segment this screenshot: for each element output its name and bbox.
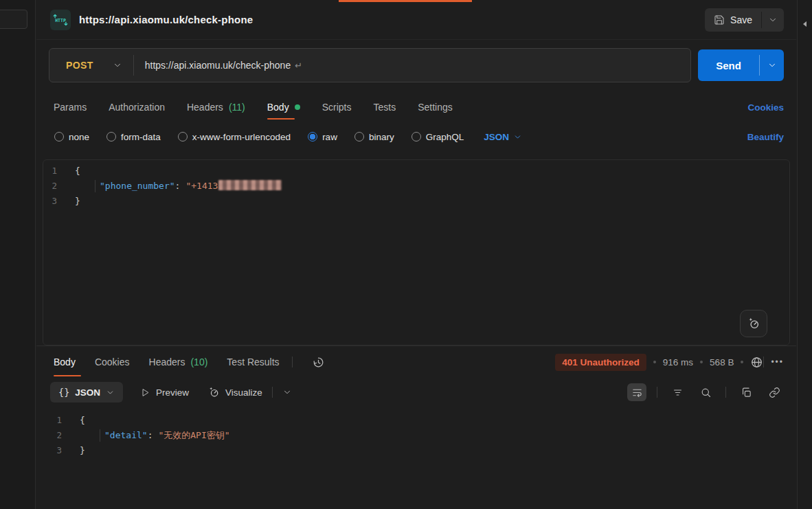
response-time[interactable]: 916 ms — [663, 357, 693, 367]
code-line: 2 "phone_number":"+1413 — [43, 179, 789, 194]
indent-guide — [95, 180, 95, 192]
chevron-down-icon — [106, 388, 115, 397]
response-body-editor[interactable]: 1 { 2 "detail":"无效的API密钥" 3 } — [48, 409, 784, 458]
code-line: 2 "detail":"无效的API密钥" — [48, 428, 784, 443]
main-panel: HTTP https://api.xiaomu.uk/check-phone S… — [36, 0, 796, 509]
tab-headers[interactable]: Headers (11) — [187, 94, 245, 120]
body-type-selector: none form-data x-www-form-urlencoded raw… — [54, 127, 784, 146]
response-format-selector[interactable]: {} JSON — [50, 382, 123, 403]
radio-icon — [308, 132, 317, 142]
radio-graphql[interactable]: GraphQL — [411, 132, 464, 142]
dot-separator — [700, 361, 703, 363]
copy-icon — [741, 387, 752, 398]
globe-icon — [750, 356, 763, 369]
radio-x-www-form-urlencoded[interactable]: x-www-form-urlencoded — [178, 132, 291, 142]
url-bar: POST https://api.xiaomu.uk/check-phone ↵… — [49, 48, 784, 84]
collapse-panel-arrow-icon[interactable] — [803, 21, 807, 27]
radio-raw[interactable]: raw — [308, 132, 337, 142]
radio-form-data[interactable]: form-data — [106, 132, 161, 142]
line-number: 1 — [43, 163, 75, 179]
preview-label: Preview — [156, 387, 189, 398]
beautify-link[interactable]: Beautify — [747, 132, 784, 142]
code-line: 3 } — [43, 194, 789, 209]
code-line: 1 { — [48, 413, 784, 428]
tab-label: Authorization — [109, 102, 165, 113]
save-label: Save — [730, 14, 752, 25]
link-button[interactable] — [765, 383, 784, 401]
tab-label: Tests — [373, 102, 396, 113]
code-line: 3 } — [48, 443, 784, 458]
method-label: POST — [66, 60, 93, 71]
language-label: JSON — [484, 132, 509, 142]
save-button[interactable]: Save — [705, 8, 761, 32]
wrap-text-button[interactable] — [627, 383, 646, 401]
response-tab-cookies[interactable]: Cookies — [95, 347, 130, 377]
response-tab-test-results[interactable]: Test Results — [227, 347, 279, 377]
save-options-button[interactable] — [762, 8, 784, 32]
visualize-button[interactable]: Visualize — [207, 386, 262, 398]
json-separator: : — [175, 181, 181, 191]
json-value: "无效的API密钥" — [158, 430, 229, 440]
line-number: 2 — [48, 428, 80, 443]
dot-separator — [741, 361, 743, 363]
send-button-group: Send — [698, 49, 784, 81]
divider — [763, 357, 764, 367]
response-tools — [627, 383, 784, 401]
code-area: 1 { 2 "phone_number":"+1413 3 } — [43, 160, 789, 209]
chevron-down-icon — [768, 15, 778, 25]
language-selector[interactable]: JSON — [484, 132, 522, 142]
url-input[interactable]: https://api.xiaomu.uk/check-phone ↵ — [145, 60, 690, 71]
save-icon — [714, 14, 725, 25]
request-tabs: Params Authorization Headers (11) Body S… — [54, 94, 784, 120]
return-symbol: ↵ — [295, 60, 302, 71]
preview-button[interactable]: Preview — [140, 387, 189, 398]
divider[interactable] — [36, 346, 796, 346]
send-options-button[interactable] — [760, 49, 784, 81]
chevron-down-icon — [282, 387, 292, 397]
radio-label: x-www-form-urlencoded — [192, 132, 291, 142]
link-icon — [769, 387, 780, 398]
filter-button[interactable] — [668, 383, 687, 401]
divider — [292, 357, 293, 367]
radio-binary[interactable]: binary — [354, 132, 394, 142]
radio-label: raw — [322, 132, 337, 142]
copy-button[interactable] — [736, 383, 756, 401]
history-icon — [312, 356, 325, 369]
toolbar-options-button[interactable] — [282, 387, 292, 397]
response-tab-body[interactable]: Body — [54, 347, 76, 377]
send-button[interactable]: Send — [698, 49, 759, 81]
tab-params[interactable]: Params — [54, 94, 87, 120]
request-body-editor[interactable]: 1 { 2 "phone_number":"+1413 3 } — [43, 159, 790, 346]
code-text: { — [75, 163, 80, 179]
search-button[interactable] — [696, 383, 715, 401]
radio-none[interactable]: none — [54, 132, 89, 142]
status-badge[interactable]: 401 Unauthorized — [555, 354, 646, 371]
tab-label: Test Results — [227, 357, 279, 367]
radio-label: binary — [369, 132, 394, 142]
json-key: "detail" — [104, 430, 148, 440]
tab-scripts[interactable]: Scripts — [322, 94, 352, 120]
code-text: } — [75, 194, 80, 209]
response-tab-headers[interactable]: Headers (10) — [149, 347, 208, 377]
tab-settings[interactable]: Settings — [418, 94, 453, 120]
more-options-button[interactable]: ••• — [771, 357, 784, 367]
tab-body[interactable]: Body — [267, 94, 300, 120]
sidebar-collapsed-item[interactable] — [0, 10, 27, 29]
postbot-icon — [747, 317, 760, 330]
tab-tests[interactable]: Tests — [373, 94, 396, 120]
cookies-link[interactable]: Cookies — [747, 102, 784, 113]
json-separator: : — [148, 430, 153, 440]
visualize-label: Visualize — [225, 387, 262, 398]
indent-guide — [100, 429, 100, 442]
radio-label: none — [69, 132, 89, 142]
response-history-button[interactable] — [312, 356, 325, 369]
line-number: 3 — [48, 443, 80, 458]
network-info-button[interactable] — [750, 356, 763, 369]
response-size[interactable]: 568 B — [710, 357, 734, 367]
radio-icon — [54, 132, 64, 142]
code-text: "detail":"无效的API密钥" — [80, 428, 230, 443]
tab-label: Body — [267, 102, 289, 113]
postbot-button[interactable] — [740, 310, 767, 337]
tab-authorization[interactable]: Authorization — [109, 94, 165, 120]
method-selector[interactable]: POST — [49, 60, 133, 71]
